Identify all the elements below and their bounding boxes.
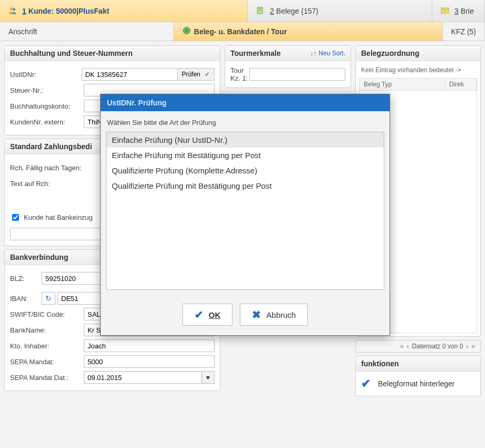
top-tab-belege-mn: 2 [270,7,274,15]
assign-col-direct[interactable]: Direk [445,79,477,90]
top-tab-brief[interactable]: 3 Brie [432,0,485,22]
ustid-label: UstIDNr: [10,71,82,79]
top-tab-belege[interactable]: 2 Belege (157) [248,0,432,22]
top-tab-kunde-mn: 1 [22,7,26,15]
einzug-checkbox[interactable] [12,214,19,221]
ustid-check-label: Prüfen [182,71,200,78]
functions-header: funktionen [356,356,480,372]
pager-prev[interactable]: ‹ [407,343,409,350]
bic-label: SWIFT/BIC Code: [10,310,84,318]
holder-label: Kto. Inhaber: [10,342,84,350]
svg-rect-3 [258,8,261,9]
chevron-down-icon: ▾ [206,373,210,382]
blz-label: BLZ: [10,275,42,283]
pager-next[interactable]: › [466,343,468,350]
sort-icon: ↓↑ [310,50,316,57]
mail-icon [441,6,450,16]
taxnr-label: Steuer-Nr.: [10,86,84,94]
svg-point-1 [13,8,16,11]
dialog-option-0[interactable]: Einfache Prüfung (Nur UstID-Nr.) [106,132,384,148]
holder-input[interactable] [84,339,215,352]
customer-icon [8,6,18,16]
assign-col-type[interactable]: Beleg Typ [360,79,445,90]
functions-panel: funktionen ✔ Belegformat hinterleger [355,356,481,396]
dialog-cancel-button[interactable]: ✖ Abbruch [240,304,308,326]
iban-label: IBAN: [10,295,42,303]
dialog-instruction: Wählen Sie bitte die Art der Prüfung [101,111,390,132]
extcust-label: KundenNr. extern: [10,118,84,126]
sub-tab-belegbank[interactable]: Beleg- u. Bankdaten / Tour [174,22,443,41]
ustid-input[interactable] [82,68,178,81]
top-tab-kunde[interactable]: 1 Kunde: 50000|PlusFakt [0,0,248,22]
dialog-option-2[interactable]: Qualifizierte Prüfung (Komplette Adresse… [106,163,384,178]
check-icon: ✔ [361,377,371,391]
mandat-input[interactable] [84,355,215,368]
tour-sort-label: Neu Sort. [318,50,345,57]
bankname-label: BankName: [10,326,84,334]
dialog-option-3[interactable]: Qualifizierte Prüfung mit Bestätigung pe… [106,178,384,193]
assign-pager: « ‹ Datensatz 0 von 0 › » [355,340,481,353]
dialog-title: UstIDNr. Prüfung [101,94,390,111]
tour-kz1-label: Tour Kz. 1: [230,66,249,82]
due-label: Rch. Fällig nach Tagen: [10,164,94,172]
top-tab-belege-label: Belege (157) [276,7,318,15]
sub-tab-bar: Anschrift Beleg- u. Bankdaten / Tour KFZ… [0,22,485,41]
documents-icon [256,6,266,16]
dialog-option-1[interactable]: Einfache Prüfung mit Bestätigung per Pos… [106,148,384,163]
pager-first[interactable]: « [400,343,404,350]
svg-rect-4 [258,10,261,11]
mandat-label: SEPA Mandat: [10,358,84,366]
function-format-button[interactable]: Belegformat hinterleger [378,379,455,388]
assign-table-header: Beleg Typ Direk [359,78,477,91]
einzug-label: Kunde hat Bankeinzug [24,213,93,221]
ledger-label: Buchhaltungskonto: [10,102,84,110]
accounting-header: Buchhaltung und Steuer-Nummern [5,46,220,61]
dialog-ok-button[interactable]: ✔ OK [182,304,233,326]
check-icon: ✔ [195,308,203,321]
dialog-option-list: Einfache Prüfung (Nur UstID-Nr.) Einfach… [106,132,384,290]
sub-tab-kfz[interactable]: KFZ (5) [443,22,485,41]
ustid-check-dialog: UstIDNr. Prüfung Wählen Sie bitte die Ar… [100,94,390,336]
dialog-cancel-label: Abbruch [266,310,296,319]
content-area: Buchhaltung und Steuer-Nummern UstIDNr: … [0,41,485,448]
top-tab-brief-label: Brie [461,7,474,15]
sub-tab-belegbank-label: Beleg- u. Bankdaten / Tour [194,27,287,36]
top-tab-brief-mn: 3 [454,7,459,15]
sub-tab-anschrift[interactable]: Anschrift [0,22,174,41]
iban-convert-button[interactable]: ↻ [42,292,55,305]
link-icon: ↻ [45,294,52,303]
tour-panel: Tourmerkmale ↓↑ Neu Sort. Tour Kz. 1: [225,45,351,88]
assign-header: Belegzuordnung [356,46,480,61]
tour-header: Tourmerkmale [230,49,280,57]
mandatdate-label: SEPA Mandat Dat.: [10,374,84,382]
assign-hint: Kein Eintrag vorhanden bedeutet -> [359,64,477,78]
top-tab-kunde-label: Kunde: 50000|PlusFakt [28,7,109,15]
mandatdate-input[interactable] [84,371,202,384]
ustid-check-button[interactable]: Prüfen [177,68,215,81]
mandatdate-dropdown[interactable]: ▾ [202,371,215,384]
dialog-ok-label: OK [209,310,221,319]
pager-status: Datensatz 0 von 0 [412,343,463,350]
globe-icon [182,26,191,36]
close-icon: ✖ [252,308,261,321]
top-tab-bar: 1 Kunde: 50000|PlusFakt 2 Belege (157) 3… [0,0,485,22]
pager-last[interactable]: » [471,343,475,350]
svg-point-0 [10,7,13,11]
tour-sort-button[interactable]: ↓↑ Neu Sort. [310,50,345,57]
tour-kz1-input[interactable] [249,68,345,81]
text-on-invoice-label: Text auf Rch: [10,180,94,188]
